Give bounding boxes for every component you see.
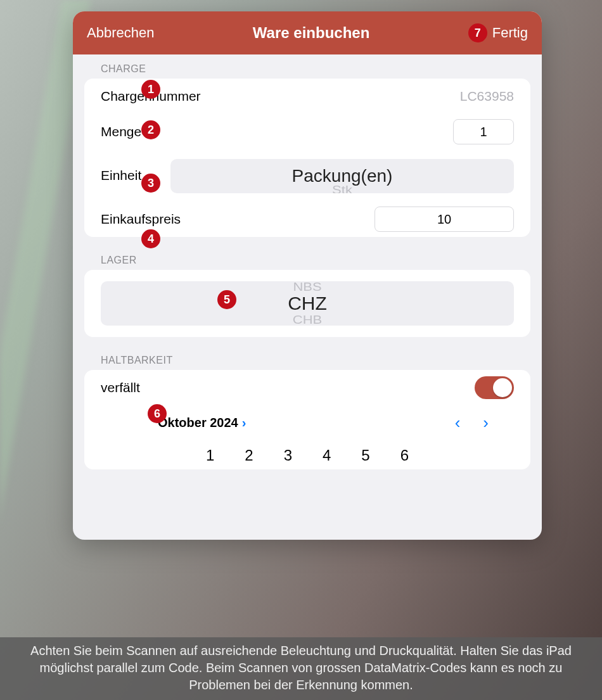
quantity-input[interactable] (453, 119, 514, 144)
modal-title: Ware einbuchen (253, 24, 369, 42)
month-picker[interactable]: Oktober 2024 › (101, 416, 246, 430)
unit-picker[interactable]: Packung(en) Stk (170, 159, 514, 193)
calendar-day[interactable]: 1 (206, 447, 214, 464)
calendar-day[interactable]: 3 (284, 447, 292, 464)
warehouse-selected: CHZ (288, 294, 327, 313)
batch-number-value: LC63958 (460, 89, 514, 104)
calendar-prev-button[interactable]: ‹ (455, 413, 461, 433)
cancel-button[interactable]: Abbrechen (87, 25, 154, 41)
calendar-day[interactable]: 5 (361, 447, 369, 464)
book-goods-modal: Abbrechen Ware einbuchen 7 Fertig CHARGE… (73, 11, 542, 540)
expires-label: verfällt (101, 380, 140, 395)
section-expiry-label: HALTBARKEIT (73, 337, 542, 370)
calendar-day[interactable]: 6 (400, 447, 409, 464)
annotation-6: 6 (148, 404, 167, 423)
charge-card: Chargennummer LC63958 2 Menge 3 Einheit … (84, 79, 530, 237)
annotation-7: 7 (468, 23, 487, 42)
calendar-day[interactable]: 2 (245, 447, 253, 464)
warehouse-prev-option: NBS (101, 281, 514, 293)
modal-header: Abbrechen Ware einbuchen 7 Fertig (73, 11, 542, 54)
annotation-3: 3 (141, 174, 160, 193)
warehouse-next-option: CHB (101, 314, 514, 326)
warehouse-picker[interactable]: NBS CHZ CHB (101, 281, 514, 326)
done-button[interactable]: Fertig (492, 25, 528, 41)
unit-next-option: Stk (170, 184, 514, 193)
chevron-right-icon: › (242, 416, 247, 430)
calendar-next-button[interactable]: › (483, 413, 489, 433)
expires-row: verfällt (84, 370, 530, 405)
price-input[interactable] (375, 207, 514, 232)
annotation-1: 1 (141, 80, 160, 99)
calendar-days-row: 1 2 3 4 5 6 (84, 435, 530, 469)
scan-tip-banner: Achten Sie beim Scannen auf ausreichende… (0, 637, 602, 700)
calendar-day[interactable]: 4 (323, 447, 331, 464)
annotation-5: 5 (217, 290, 236, 309)
quantity-label: Menge (101, 124, 141, 139)
price-label: Einkaufspreis (101, 212, 181, 227)
annotation-2: 2 (141, 120, 160, 139)
month-label-text: Oktober 2024 (158, 416, 238, 430)
section-charge-label: CHARGE (73, 54, 542, 79)
unit-selected: Packung(en) (292, 167, 393, 185)
expires-toggle[interactable] (475, 376, 514, 399)
lager-card: NBS CHZ CHB (84, 270, 530, 337)
